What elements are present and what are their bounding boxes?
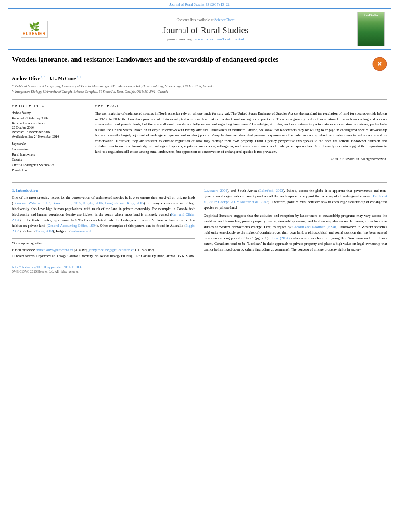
homepage-url-link[interactable]: www.elsevier.com/locate/jrurstud: [195, 37, 244, 41]
affil-1-key: a: [12, 84, 14, 89]
keyword-1: Conservation: [12, 147, 83, 152]
keywords-label: Keywords:: [12, 142, 83, 146]
author-2-superscript: b, 1: [77, 75, 82, 79]
journal-ref-text: Journal of Rural Studies 49 (2017) 13–22: [169, 2, 229, 6]
contents-line: Contents lists available at ScienceDirec…: [177, 18, 235, 22]
ref-serbruyns[interactable]: Serbruyns and: [70, 229, 91, 233]
intro-right-text: Luyssaert, 2006), and South Africa (Balm…: [204, 188, 387, 252]
ref-kerr-cihlar[interactable]: Kerr and Cihlar, 2004: [12, 212, 195, 222]
author-2-name: J.L. McCune: [49, 76, 76, 81]
body-content: 1. Introduction One of the most pressing…: [12, 188, 387, 273]
affiliations: a Political Science and Geography, Unive…: [12, 84, 387, 94]
footnote-corresponding: * Corresponding author.: [12, 241, 195, 246]
ref-luyssaert[interactable]: Luyssaert, 2006: [204, 189, 227, 193]
page-wrapper: Journal of Rural Studies 49 (2017) 13–22…: [0, 0, 399, 277]
ref-fairfax[interactable]: Fairfax et al., 2005; George, 2002; Shaf…: [204, 194, 387, 204]
journal-header: 🌿 ELSEVIER Contents lists available at S…: [8, 8, 391, 50]
author-1-name: Andrea Olive: [12, 76, 40, 81]
header-right: [355, 12, 387, 46]
abstract-header: ABSTRACT: [95, 104, 387, 108]
doi-link[interactable]: http://dx.doi.org/10.1016/j.jrurstud.201…: [12, 265, 81, 269]
intro-right-para-2: Empirical literature suggests that the a…: [204, 213, 387, 253]
article-history-block: Article history: Received 21 February 20…: [12, 111, 83, 139]
intro-para-1: One of the most pressing issues for the …: [12, 195, 195, 234]
footnote-1: 1 Present address: Department of Biology…: [12, 254, 195, 259]
affil-2-text: Integrative Biology, University of Guelp…: [15, 90, 169, 94]
elsevier-logo-box: 🌿 ELSEVIER: [21, 21, 47, 38]
found-word: found: [156, 224, 165, 228]
article-title-area: Wonder, ignorance, and resistance: Lando…: [12, 55, 387, 71]
south-word: South: [238, 189, 246, 193]
article-info-header: ARTICLE INFO: [12, 104, 83, 108]
affil-1-text: Political Science and Geography, Univers…: [15, 84, 214, 89]
authors-line: Andrea Olive a, * , J.L. McCune b, 1: [12, 75, 387, 82]
ref-cocklin[interactable]: Cocklin and Doorman (1994): [292, 225, 336, 229]
ref-tikka[interactable]: Tikka, 2003: [35, 229, 53, 233]
ref-bean-wilcove[interactable]: Bean and Wilcove, 1997; Kamal et al., 20…: [13, 201, 144, 205]
author-1-superscript: a, *: [41, 75, 46, 79]
sciencedirect-link[interactable]: ScienceDirect: [214, 18, 234, 22]
keyword-3: Canada: [12, 158, 83, 163]
body-left-col: 1. Introduction One of the most pressing…: [12, 188, 195, 273]
doi-bar: http://dx.doi.org/10.1016/j.jrurstud.201…: [12, 263, 195, 269]
ref-olive-2014[interactable]: Olive (2014): [271, 236, 290, 240]
article-title-text: Wonder, ignorance, and resistance: Lando…: [12, 55, 368, 64]
keywords-block: Keywords: Conservation Rural landowners …: [12, 142, 83, 173]
received-text: Received 21 February 2016: [12, 116, 83, 121]
main-content: Wonder, ignorance, and resistance: Lando…: [0, 50, 399, 277]
elsevier-brand-text: ELSEVIER: [23, 31, 45, 36]
ref-general-accounting[interactable]: General Accounting Office, 1994: [47, 224, 97, 228]
footnotes-area: * Corresponding author. E-mail addresses…: [12, 238, 195, 259]
journal-ref-bar: Journal of Rural Studies 49 (2017) 13–22: [0, 0, 399, 8]
keyword-5: Private land: [12, 168, 83, 173]
available-text: Available online 24 November 2016: [12, 134, 83, 139]
email1-link[interactable]: andrea.olive@utoronto.ca: [36, 248, 73, 252]
affil-2: b Integrative Biology, University of Gue…: [12, 90, 387, 94]
article-info-abstract-section: ARTICLE INFO Article history: Received 2…: [12, 99, 387, 176]
homepage-line: journal homepage: www.elsevier.com/locat…: [167, 37, 244, 41]
body-right-col: Luyssaert, 2006), and South Africa (Balm…: [204, 188, 387, 273]
intro-body-text: One of the most pressing issues for the …: [12, 195, 195, 234]
bottom-copyright: 0743-0167/© 2016 Elsevier Ltd. All right…: [12, 270, 195, 273]
email2-link[interactable]: jenny.mccune@glel.carleton.ca: [89, 248, 134, 252]
journal-thumbnail: [357, 12, 385, 46]
svg-text:✕: ✕: [377, 61, 382, 67]
history-label: Article history:: [12, 111, 83, 115]
crossmark-badge[interactable]: ✕: [372, 57, 387, 71]
keywords-list: Conservation Rural landowners Canada Ont…: [12, 147, 83, 173]
header-logo-area: 🌿 ELSEVIER: [12, 12, 56, 46]
intro-right-para-1: Luyssaert, 2006), and South Africa (Balm…: [204, 188, 387, 211]
abstract-column: ABSTRACT The vast majority of endangered…: [95, 104, 387, 176]
journal-title-header: Journal of Rural Studies: [162, 25, 248, 35]
section-divider: [12, 182, 387, 183]
elsevier-tree-icon: 🌿: [23, 23, 45, 31]
keyword-2: Rural landowners: [12, 152, 83, 158]
header-center: Contents lists available at ScienceDirec…: [56, 12, 355, 46]
received-revised-text: Received in revised form20 October 2016: [12, 121, 83, 130]
affil-2-key: b: [12, 90, 14, 94]
ref-balmford[interactable]: Balmford, 2003: [259, 189, 283, 193]
introduction-heading: 1. Introduction: [12, 188, 195, 193]
article-info-column: ARTICLE INFO Article history: Received 2…: [12, 104, 88, 176]
keyword-4: Ontario Endangered Species Act: [12, 163, 83, 168]
accepted-text: Accepted 15 November 2016: [12, 130, 83, 134]
abstract-copyright: © 2016 Elsevier Ltd. All rights reserved…: [95, 157, 387, 161]
affil-1: a Political Science and Geography, Unive…: [12, 84, 387, 89]
abstract-text: The vast majority of endangered species …: [95, 111, 387, 154]
footnote-email: E-mail addresses: andrea.olive@utoronto.…: [12, 247, 195, 253]
